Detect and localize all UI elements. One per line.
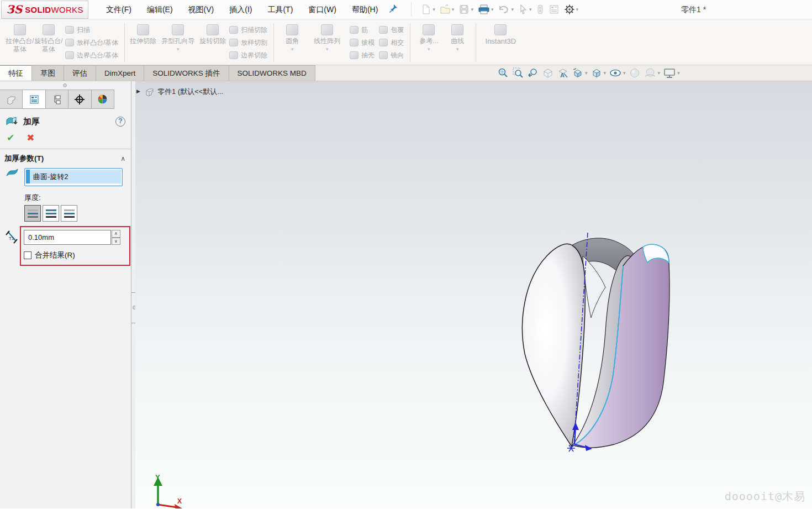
view-settings-button[interactable]: ▾ xyxy=(662,66,681,80)
tab-configuration-manager[interactable] xyxy=(46,90,68,108)
print-button[interactable]: ▾ xyxy=(477,2,495,17)
dropdown-caret-icon[interactable]: ▾ xyxy=(529,7,532,12)
tab-property-manager[interactable] xyxy=(23,90,45,108)
thicken-side2-button[interactable] xyxy=(61,205,77,222)
dropdown-caret-icon[interactable]: ▾ xyxy=(576,7,579,12)
wrap-button[interactable]: 包覆 xyxy=(379,25,404,35)
revolved-boss-base-button[interactable]: 旋转凸台/基体 xyxy=(34,20,63,65)
tab-feature-manager[interactable] xyxy=(0,90,23,108)
dropdown-caret-icon[interactable]: ▾ xyxy=(326,47,329,51)
zoom-to-fit-button[interactable] xyxy=(496,66,510,80)
extruded-boss-base-button[interactable]: 拉伸凸台/基体 xyxy=(6,20,34,65)
section-collapse-icon[interactable]: ∧ xyxy=(120,155,125,162)
fillet-button[interactable]: 圆角 ▾ xyxy=(278,20,307,65)
spin-down-button[interactable]: ∨ xyxy=(112,238,120,245)
menu-tools[interactable]: 工具(T) xyxy=(260,0,300,19)
swept-cut-button[interactable]: 扫描切除 xyxy=(229,25,267,35)
edit-appearance-button[interactable] xyxy=(628,66,642,80)
thicken-both-sides-button[interactable] xyxy=(43,205,59,222)
graphics-viewport[interactable]: ▶ 零件1 (默认<<默认... xyxy=(135,81,812,508)
reference-geometry-button[interactable]: 参考... ▾ xyxy=(414,20,443,65)
view-orientation-button[interactable]: ▾ xyxy=(571,66,589,80)
model-3d-tulip[interactable] xyxy=(508,229,679,459)
tab-dimxpert[interactable]: DimXpert xyxy=(96,65,144,81)
menu-insert[interactable]: 插入(I) xyxy=(222,0,260,19)
tab-solidworks-mbd[interactable]: SOLIDWORKS MBD xyxy=(229,65,315,81)
tab-display-manager[interactable] xyxy=(92,90,114,108)
dropdown-caret-icon[interactable]: ▾ xyxy=(433,7,435,12)
instant3d-button[interactable]: Instant3D xyxy=(480,20,521,65)
rib-button[interactable]: 筋 xyxy=(350,25,375,35)
dropdown-caret-icon[interactable]: ▾ xyxy=(491,7,494,12)
menu-file[interactable]: 文件(F) xyxy=(98,0,139,19)
svg-text:T1: T1 xyxy=(9,236,14,241)
spin-up-button[interactable]: ∧ xyxy=(112,230,120,238)
draft-button[interactable]: 拔模 xyxy=(350,38,375,48)
tab-dimxpert-manager[interactable] xyxy=(68,90,91,108)
thickness-input[interactable]: 0.10mm xyxy=(24,230,111,245)
shell-button[interactable]: 抽壳 xyxy=(350,51,375,60)
feature-tree-root[interactable]: 零件1 (默认<<默认... xyxy=(145,87,223,97)
tab-evaluate[interactable]: 评估 xyxy=(64,65,96,81)
intersect-button[interactable]: 相交 xyxy=(379,38,404,48)
swept-boss-button[interactable]: 扫描 xyxy=(65,25,118,35)
menu-view[interactable]: 视图(V) xyxy=(181,0,222,19)
boundary-boss-button[interactable]: 边界凸台/基体 xyxy=(65,51,118,60)
settings-gear-icon[interactable]: ▾ xyxy=(563,2,580,17)
panel-top-splitter[interactable] xyxy=(0,81,131,90)
dropdown-caret-icon[interactable]: ▾ xyxy=(452,7,455,12)
petal-inner-face[interactable] xyxy=(583,256,605,318)
curves-button[interactable]: 曲线 ▾ xyxy=(443,20,472,65)
open-button[interactable]: ▾ xyxy=(439,2,456,17)
help-icon[interactable]: ? xyxy=(115,117,125,127)
petal-left[interactable] xyxy=(523,244,586,447)
new-document-button[interactable]: ▾ xyxy=(419,2,436,17)
menu-edit[interactable]: 编辑(E) xyxy=(139,0,181,19)
boundary-cut-button[interactable]: 边界切除 xyxy=(229,51,267,60)
lofted-boss-button[interactable]: 放样凸台/基体 xyxy=(65,38,118,48)
dropdown-caret-icon[interactable]: ▾ xyxy=(471,7,473,12)
cancel-button[interactable]: ✖ xyxy=(27,133,34,143)
dropdown-caret-icon[interactable]: ▾ xyxy=(456,47,459,51)
revolved-cut-button[interactable]: 旋转切除 xyxy=(198,20,227,65)
linear-pattern-button[interactable]: 线性阵列 ▾ xyxy=(307,20,347,65)
selected-surface-item[interactable]: 曲面-旋转2 xyxy=(26,170,121,183)
dropdown-caret-icon[interactable]: ▾ xyxy=(511,7,514,12)
hide-show-items-button[interactable]: ▾ xyxy=(608,66,627,80)
previous-view-button[interactable] xyxy=(526,66,540,80)
menu-help[interactable]: 帮助(H) xyxy=(344,0,386,19)
select-button[interactable]: ▾ xyxy=(517,2,533,17)
tab-features[interactable]: 特征 xyxy=(0,65,32,81)
ok-button[interactable]: ✔ xyxy=(7,133,14,143)
dynamic-annotation-views-button[interactable]: A xyxy=(556,66,570,80)
flyout-tree-arrow-icon[interactable]: ▶ xyxy=(136,88,140,94)
dropdown-caret-icon[interactable]: ▾ xyxy=(677,70,680,76)
rebuild-button[interactable] xyxy=(535,2,545,17)
tab-sketch[interactable]: 草图 xyxy=(32,65,64,81)
menu-window[interactable]: 窗口(W) xyxy=(300,0,344,19)
dropdown-caret-icon[interactable]: ▾ xyxy=(658,70,661,76)
dropdown-caret-icon[interactable]: ▾ xyxy=(604,70,607,76)
pin-menu-icon[interactable] xyxy=(389,4,398,15)
dropdown-caret-icon[interactable]: ▾ xyxy=(177,47,180,51)
dropdown-caret-icon[interactable]: ▾ xyxy=(428,47,430,51)
surface-selection-listbox[interactable]: 曲面-旋转2 xyxy=(24,168,123,186)
tab-solidworks-addins[interactable]: SOLIDWORKS 插件 xyxy=(144,65,229,81)
dropdown-caret-icon[interactable]: ▾ xyxy=(291,47,294,51)
merge-result-checkbox[interactable] xyxy=(24,251,31,259)
panel-divider[interactable] xyxy=(131,81,135,508)
mirror-button[interactable]: 镜向 xyxy=(379,51,404,60)
dropdown-caret-icon[interactable]: ▾ xyxy=(623,70,626,76)
extruded-cut-button[interactable]: 拉伸切除 xyxy=(129,20,157,65)
display-style-button[interactable]: ▾ xyxy=(589,66,608,80)
zoom-to-area-button[interactable] xyxy=(511,66,525,80)
thicken-side1-button[interactable] xyxy=(24,205,41,222)
hole-wizard-button[interactable]: 异型孔向导 ▾ xyxy=(157,20,198,65)
lofted-cut-button[interactable]: 放样切割 xyxy=(229,38,267,48)
apply-scene-button[interactable]: ▾ xyxy=(642,66,662,80)
options-list-button[interactable] xyxy=(547,2,561,17)
dropdown-caret-icon[interactable]: ▾ xyxy=(585,70,588,76)
undo-button[interactable]: ▾ xyxy=(497,2,515,17)
save-button[interactable]: ▾ xyxy=(457,2,474,17)
section-view-button[interactable] xyxy=(541,66,555,80)
